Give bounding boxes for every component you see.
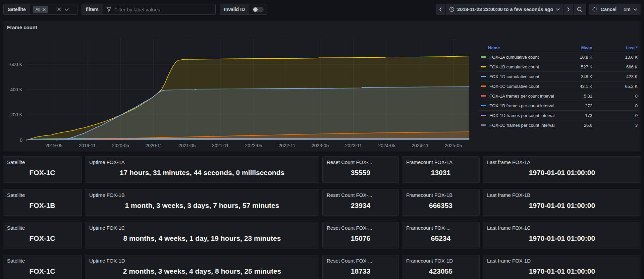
stat-panel-title[interactable]: Reset Count FOX-... — [327, 192, 394, 198]
legend-row[interactable]: FOX-1D frames per count interval1730 — [478, 110, 638, 120]
invalid-id-toggle[interactable] — [253, 7, 264, 12]
legend-series[interactable]: FOX-1B cumulative count — [478, 64, 562, 69]
legend-row[interactable]: FOX-1A cumulative count10.8 K13.0 K — [478, 52, 638, 62]
time-range-button[interactable]: 2018-11-23 22:00:00 to a few seconds ago — [445, 4, 563, 15]
uptime-panel: Uptime FOX-1B1 month, 3 weeks, 3 days, 7… — [85, 189, 319, 216]
stat-panel-title[interactable]: Satellite — [7, 159, 77, 165]
legend-mean-value: 348 K — [562, 74, 592, 79]
satellite-value-chip[interactable]: All — [33, 6, 48, 13]
chevron-right-icon — [567, 7, 570, 12]
satellite-variable-label: Satellite — [4, 4, 30, 14]
stat-value: FOX-1C — [29, 267, 55, 275]
stat-value-wrap: 35559 — [327, 165, 394, 180]
framecount-panel: Framecount FOX-1B666353 — [402, 189, 480, 216]
stat-panel-title[interactable]: Last frame FOX-1A — [487, 159, 637, 165]
stat-panel-title[interactable]: Framecount FOX-1A — [406, 159, 475, 165]
legend-series[interactable]: FOX-1C frames per count interval — [478, 123, 562, 128]
stat-value-wrap: 2 months, 3 weeks, 4 days, 8 hours, 25 m… — [89, 264, 315, 279]
stat-panel-title[interactable]: Satellite — [7, 192, 77, 198]
refresh-interval-button[interactable]: 1m — [620, 4, 641, 15]
stat-panel-title[interactable]: Last frame FOX-1B — [487, 192, 637, 198]
y-axis-tick-label: 200 K — [10, 112, 22, 117]
stat-value-wrap: 423055 — [406, 264, 475, 279]
series-color-swatch[interactable] — [481, 86, 486, 87]
time-shift-back-button[interactable] — [436, 4, 445, 15]
series-color-swatch[interactable] — [481, 76, 486, 77]
filter-placeholder: Filter by label values — [114, 7, 160, 12]
stat-panel-title[interactable]: Framecount FOX-... — [406, 225, 475, 231]
legend-col-last[interactable]: Last * — [592, 45, 638, 50]
stat-value: 1 month, 3 weeks, 3 days, 7 hours, 57 mi… — [125, 202, 279, 210]
stat-panel-title[interactable]: Reset Count FOX-... — [327, 159, 394, 165]
stat-panel-title[interactable]: Uptime FOX-1D — [89, 258, 315, 264]
stat-panel-title[interactable]: Satellite — [7, 225, 77, 231]
chevron-down-icon[interactable] — [64, 8, 69, 11]
legend-series[interactable]: FOX-1D cumulative count — [478, 74, 562, 79]
legend-series[interactable]: FOX-1A cumulative count — [478, 55, 562, 60]
legend-row[interactable]: FOX-1C frames per count interval26.63 — [478, 120, 638, 130]
legend-mean-value: 272 — [562, 103, 592, 108]
time-shift-forward-button[interactable] — [563, 4, 573, 15]
stat-value-wrap: 23934 — [327, 198, 394, 213]
stat-value-wrap: 1970-01-01 01:00:00 — [487, 264, 637, 279]
legend-last-value: 65.2 K — [592, 84, 638, 89]
stat-value-wrap: 8 months, 4 weeks, 1 day, 19 hours, 23 m… — [89, 231, 315, 246]
zoom-out-time-button[interactable] — [573, 4, 586, 15]
series-color-swatch[interactable] — [481, 66, 486, 68]
clear-selection-icon[interactable] — [57, 7, 61, 11]
legend-last-value: 13.0 K — [592, 55, 638, 60]
series-color-swatch[interactable] — [481, 56, 486, 58]
legend-col-name[interactable]: Name — [478, 45, 562, 50]
legend-col-mean[interactable]: Mean — [562, 45, 592, 50]
legend-rows: FOX-1A cumulative count10.8 K13.0 KFOX-1… — [478, 52, 638, 130]
stat-panel-title[interactable]: Reset Count FOX-... — [327, 225, 394, 231]
legend-row[interactable]: FOX-1B frames per count interval2720 — [478, 101, 638, 110]
chip-close-icon[interactable] — [43, 8, 46, 11]
series-color-swatch[interactable] — [481, 124, 486, 126]
legend-series[interactable]: FOX-1A frames per count interval — [478, 94, 562, 99]
series-color-swatch[interactable] — [481, 105, 486, 107]
cancel-refresh-button[interactable]: Cancel — [589, 4, 620, 15]
stat-value: FOX-1C — [29, 169, 55, 177]
legend-series[interactable]: FOX-1D frames per count interval — [478, 113, 562, 118]
stat-panel-title[interactable]: Framecount FOX-1B — [406, 192, 475, 198]
legend-series-name: FOX-1A frames per count interval — [489, 94, 554, 99]
x-axis-tick-label: 2019-11 — [79, 143, 96, 148]
legend-row[interactable]: FOX-1C cumulative count43.1 K65.2 K — [478, 81, 638, 91]
stat-panel-title[interactable]: Reset Count FOX-... — [327, 258, 394, 264]
series-color-swatch[interactable] — [481, 115, 486, 116]
reset-count-panel: Reset Count FOX-...15076 — [322, 222, 399, 248]
stat-value: 1970-01-01 01:00:00 — [529, 169, 595, 177]
legend-mean-value: 26.6 — [562, 123, 592, 128]
stat-panel-title[interactable]: Uptime FOX-1B — [89, 192, 315, 198]
stat-panel-title[interactable]: Uptime FOX-1A — [89, 159, 315, 165]
stat-panel-title[interactable]: Last frame FOX-1D — [487, 258, 637, 264]
stat-value: 15076 — [351, 234, 370, 242]
x-axis-tick-label: 2023-11 — [345, 143, 362, 148]
filter-input[interactable]: Filter by label values — [103, 4, 215, 14]
x-axis-tick-label: 2020-05 — [112, 143, 129, 148]
dashboard-toolbar: Satellite All filters — [0, 0, 644, 19]
legend-row[interactable]: FOX-1A frames per count interval5.310 — [478, 91, 638, 101]
series-color-swatch[interactable] — [481, 95, 486, 97]
legend-row[interactable]: FOX-1B cumulative count527 K666 K — [478, 62, 638, 71]
stat-panel-title[interactable]: Framecount FOX-1D — [406, 258, 475, 264]
satellite-variable-picker[interactable]: All — [30, 4, 77, 14]
legend-row[interactable]: FOX-1D cumulative count348 K423 K — [478, 71, 638, 81]
stat-panel-title[interactable]: Last frame FOX-1C — [487, 225, 637, 231]
x-axis-tick-label: 2021-11 — [212, 143, 229, 148]
legend-series-name: FOX-1C cumulative count — [489, 84, 539, 89]
stat-value: 8 months, 4 weeks, 1 day, 19 hours, 23 m… — [123, 234, 281, 242]
panel-title[interactable]: Frame count — [7, 24, 37, 30]
refresh-interval-text: 1m — [624, 7, 631, 12]
legend-series[interactable]: FOX-1C cumulative count — [478, 84, 562, 89]
stat-panel-title[interactable]: Uptime FOX-1C — [89, 225, 315, 231]
uptime-panel: Uptime FOX-1C8 months, 4 weeks, 1 day, 1… — [85, 222, 319, 248]
framecount-panel: Framecount FOX-1D423055 — [402, 255, 480, 279]
stat-panel-title[interactable]: Satellite — [7, 258, 77, 264]
satellite-variable-control: Satellite All — [3, 4, 77, 15]
refresh-group: Cancel 1m — [589, 4, 641, 15]
frame-count-panel: 0200 K400 K600 K2019-052019-112020-05202… — [3, 21, 641, 152]
legend-series[interactable]: FOX-1B frames per count interval — [478, 103, 562, 108]
legend-series-name: FOX-1B frames per count interval — [489, 103, 554, 108]
